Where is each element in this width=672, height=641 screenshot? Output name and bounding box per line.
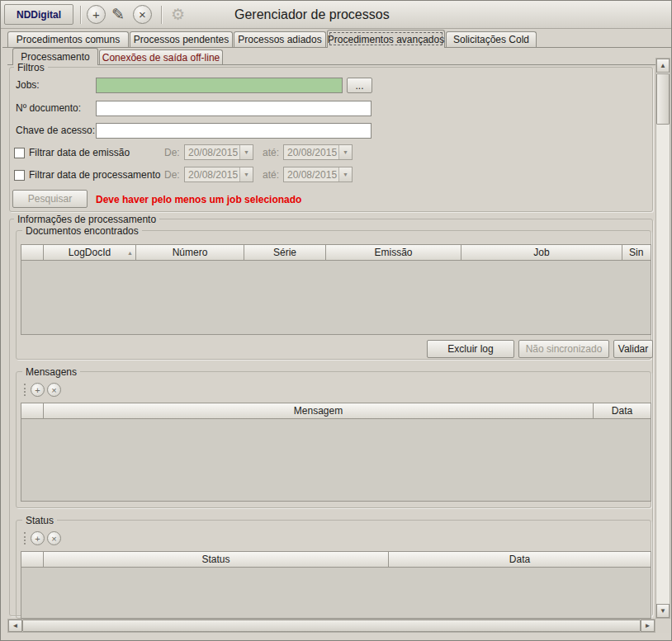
filters-group-title: Filtros [14, 62, 48, 73]
app-window: NDDigital + ✎ × ⚙ Gerenciador de process… [0, 0, 672, 641]
column-header-job[interactable]: Job [461, 244, 622, 261]
brand-button[interactable]: NDDigital [4, 4, 73, 25]
column-header-data[interactable]: Data [594, 403, 651, 419]
process-icon[interactable]: ⚙ [171, 5, 185, 24]
cancel-icon[interactable]: × [133, 5, 152, 24]
filtrar-processamento-checkbox[interactable] [14, 170, 25, 181]
vertical-scrollbar-thumb[interactable] [656, 73, 670, 125]
tab-procedimentos-comuns[interactable]: Procedimentos comuns [7, 31, 129, 47]
column-header-status[interactable]: Status [44, 551, 389, 568]
documents-grid-header: LogDocId ▲ Número Série Emissão Job Sin [21, 244, 651, 261]
scroll-left-icon[interactable]: ◄ [8, 620, 22, 632]
toolstrip-grip [24, 384, 27, 396]
toolstrip-grip [24, 532, 27, 544]
dropdown-icon[interactable]: ▼ [338, 145, 352, 159]
nao-sincronizado-button[interactable]: Não sincronizado [518, 340, 609, 358]
emissao-from-value: 20/08/2015 [185, 145, 239, 159]
documento-input[interactable] [96, 101, 371, 116]
tab-solicitacoes-cold[interactable]: Solicitações Cold [446, 31, 537, 47]
row-selector-header [21, 403, 44, 419]
column-header-serie[interactable]: Série [244, 244, 326, 261]
filtrar-processamento-label[interactable]: Filtrar data de processamento [29, 169, 160, 181]
scroll-right-icon[interactable]: ► [641, 620, 655, 632]
filtrar-emissao-label[interactable]: Filtrar data de emissão [29, 147, 130, 159]
column-label: LogDocId [69, 247, 111, 258]
tab-conexoes-saida-offline[interactable]: Conexões de saída off-line [99, 49, 223, 64]
status-grid-header: Status Data [21, 551, 651, 568]
documents-grid-body [21, 261, 651, 335]
messages-group-title: Mensagens [22, 366, 80, 378]
add-icon[interactable]: + [87, 5, 106, 24]
vertical-scrollbar[interactable]: ▲ ▼ [655, 58, 670, 619]
tab-processos-adiados[interactable]: Processos adiados [234, 31, 326, 47]
status-group-title: Status [22, 515, 57, 526]
job-warning-text: Deve haver pelo menos um job selecionado [96, 194, 301, 205]
message-add-icon[interactable]: + [31, 383, 45, 397]
chave-acesso-input[interactable] [96, 123, 371, 139]
dropdown-icon[interactable]: ▼ [239, 167, 253, 181]
scroll-up-icon[interactable]: ▲ [656, 59, 670, 73]
processamento-de-label: De: [164, 169, 180, 181]
dropdown-icon[interactable]: ▼ [338, 167, 352, 181]
emissao-to-picker[interactable]: 20/08/2015 ▼ [283, 144, 353, 160]
processamento-from-value: 20/08/2015 [185, 167, 239, 181]
scrollbar-corner [655, 619, 670, 633]
row-selector-header [21, 244, 44, 261]
column-header-sincronizado[interactable]: Sin [622, 244, 651, 261]
column-header-numero[interactable]: Número [136, 244, 244, 261]
column-header-emissao[interactable]: Emissão [326, 244, 461, 261]
row-selector-header [21, 551, 44, 568]
processamento-from-picker[interactable]: 20/08/2015 ▼ [184, 167, 253, 182]
horizontal-scrollbar[interactable]: ◄ ► [7, 619, 655, 633]
toolbar-separator [80, 6, 81, 24]
messages-grid-body [21, 419, 651, 502]
pesquisar-button[interactable]: Pesquisar [12, 190, 88, 208]
sort-ascending-icon: ▲ [127, 250, 133, 256]
emissao-de-label: De: [164, 147, 180, 159]
scroll-down-icon[interactable]: ▼ [656, 604, 670, 618]
column-header-data[interactable]: Data [389, 551, 651, 568]
jobs-browse-button[interactable]: ... [347, 78, 372, 93]
app-title: Gerenciador de processos [234, 7, 390, 22]
toolbar: NDDigital + ✎ × ⚙ Gerenciador de process… [1, 1, 672, 29]
emissao-from-picker[interactable]: 20/08/2015 ▼ [184, 144, 253, 160]
tab-processos-pendentes[interactable]: Processos pendentes [130, 31, 233, 47]
jobs-input[interactable] [96, 78, 343, 93]
filtrar-emissao-checkbox[interactable] [14, 148, 25, 158]
status-remove-icon[interactable]: × [47, 531, 61, 545]
processing-info-title: Informações de processamento [14, 214, 159, 225]
messages-grid-header: Mensagem Data [21, 403, 651, 419]
horizontal-scrollbar-thumb[interactable] [22, 620, 641, 632]
toolbar-separator [161, 6, 162, 24]
column-header-mensagem[interactable]: Mensagem [44, 403, 594, 419]
edit-icon[interactable]: ✎ [111, 5, 125, 24]
processamento-to-picker[interactable]: 20/08/2015 ▼ [283, 167, 353, 182]
emissao-ate-label: até: [263, 147, 279, 159]
emissao-to-value: 20/08/2015 [284, 145, 338, 159]
documents-group-title: Documentos encontrados [22, 225, 142, 237]
tab-procedimentos-avancados[interactable]: Procedimentos avançados [327, 30, 445, 48]
status-add-icon[interactable]: + [31, 531, 45, 545]
message-remove-icon[interactable]: × [47, 383, 61, 397]
documento-label: Nº documento: [16, 102, 81, 115]
processamento-to-value: 20/08/2015 [284, 167, 338, 181]
sub-tab-baseline [7, 64, 655, 65]
jobs-label: Jobs: [16, 79, 40, 92]
validar-button[interactable]: Validar [613, 340, 653, 358]
chave-acesso-label: Chave de acesso: [16, 125, 95, 137]
excluir-log-button[interactable]: Excluir log [427, 340, 514, 358]
dropdown-icon[interactable]: ▼ [239, 145, 253, 159]
status-grid-body [21, 568, 651, 619]
column-header-logdocid[interactable]: LogDocId ▲ [44, 244, 136, 261]
processamento-ate-label: até: [263, 169, 279, 181]
